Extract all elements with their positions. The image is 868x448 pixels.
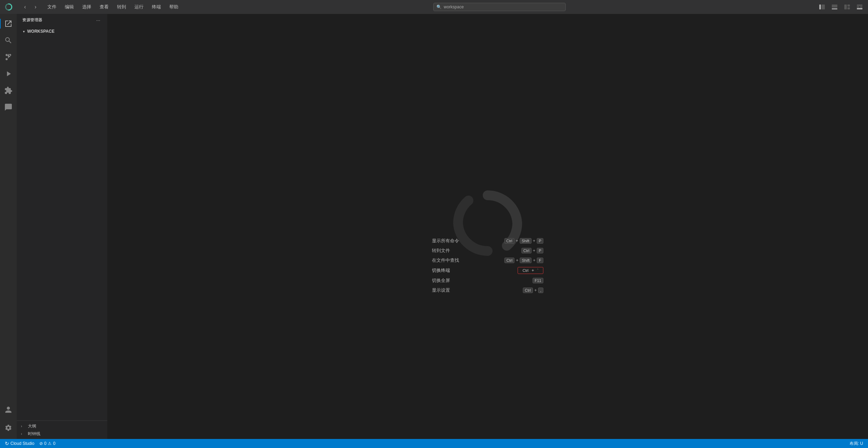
activity-explorer[interactable] bbox=[0, 15, 17, 32]
shortcut-goto-file: 转到文件 Ctrl + P bbox=[432, 247, 543, 254]
key-shift-2: Shift bbox=[520, 258, 532, 263]
shortcut-label-0: 显示所有命令 bbox=[432, 238, 459, 244]
svg-rect-7 bbox=[857, 5, 862, 6]
svg-rect-10 bbox=[857, 8, 862, 9]
shortcut-keys-3: Ctrl + ` bbox=[518, 267, 543, 274]
sidebar: 资源管理器 ··· ▾ WORKSPACE › 大纲 › 时钟线 bbox=[17, 14, 107, 439]
brand-icon: ↻ bbox=[5, 441, 9, 446]
menu-help[interactable]: 帮助 bbox=[165, 0, 183, 14]
titlebar-center: 🔍 workspace bbox=[183, 3, 816, 11]
layout-label: 布局: U bbox=[850, 441, 863, 447]
menu-bar: 文件 编辑 选择 查看 转到 运行 终端 帮助 bbox=[43, 0, 183, 14]
search-icon: 🔍 bbox=[436, 5, 442, 9]
menu-terminal[interactable]: 终端 bbox=[148, 0, 165, 14]
error-icon: ⊘ bbox=[39, 441, 43, 446]
menu-edit[interactable]: 编辑 bbox=[61, 0, 78, 14]
shortcut-find-in-files: 在文件中查找 Ctrl + Shift + F bbox=[432, 257, 543, 264]
main-container: 资源管理器 ··· ▾ WORKSPACE › 大纲 › 时钟线 bbox=[0, 14, 868, 439]
sidebar-actions: ··· bbox=[95, 17, 102, 24]
layout-button[interactable] bbox=[842, 2, 853, 12]
shortcut-fullscreen: 切换全屏 F11 bbox=[432, 277, 543, 284]
outline-label: 大纲 bbox=[28, 423, 36, 429]
svg-rect-6 bbox=[847, 7, 850, 9]
status-layout[interactable]: 布局: U bbox=[847, 439, 865, 448]
outline-item[interactable]: › 大纲 bbox=[17, 422, 107, 430]
timeline-chevron: › bbox=[21, 432, 26, 436]
svg-rect-9 bbox=[860, 6, 862, 8]
key-ctrl-3: Ctrl bbox=[521, 268, 530, 273]
search-text: workspace bbox=[444, 5, 464, 9]
activity-extensions[interactable] bbox=[0, 82, 17, 99]
statusbar: ↻ Cloud Studio ⊘ 0 ⚠ 0 布局: U bbox=[0, 439, 868, 448]
shortcut-keys-1: Ctrl + P bbox=[521, 248, 543, 253]
nav-forward-button[interactable]: › bbox=[31, 2, 40, 12]
brand-label: Cloud Studio bbox=[10, 441, 34, 446]
timeline-item[interactable]: › 时钟线 bbox=[17, 430, 107, 438]
svg-rect-0 bbox=[819, 5, 821, 9]
key-f-2: F bbox=[537, 258, 543, 263]
shortcut-toggle-terminal: 切换终端 Ctrl + ` bbox=[432, 267, 543, 274]
workspace-tree-item[interactable]: ▾ WORKSPACE bbox=[17, 27, 107, 35]
warning-count: 0 bbox=[53, 441, 55, 446]
svg-rect-5 bbox=[847, 5, 850, 7]
sidebar-header: 资源管理器 ··· bbox=[17, 14, 107, 26]
workspace-label: WORKSPACE bbox=[27, 29, 54, 34]
key-backtick-3: ` bbox=[535, 268, 540, 273]
workspace-chevron: ▾ bbox=[21, 29, 26, 34]
toggle-panel-button[interactable] bbox=[829, 2, 840, 12]
key-ctrl-5: Ctrl bbox=[523, 288, 533, 293]
error-count: 0 bbox=[44, 441, 47, 446]
svg-rect-3 bbox=[832, 8, 837, 9]
activity-bottom bbox=[0, 401, 17, 436]
shortcut-label-2: 在文件中查找 bbox=[432, 257, 459, 264]
status-errors[interactable]: ⊘ 0 ⚠ 0 bbox=[37, 439, 57, 448]
status-brand[interactable]: ↻ Cloud Studio bbox=[3, 439, 37, 448]
menu-file[interactable]: 文件 bbox=[43, 0, 61, 14]
menu-view[interactable]: 查看 bbox=[95, 0, 113, 14]
svg-rect-1 bbox=[822, 5, 825, 9]
editor-area: 显示所有命令 Ctrl + Shift + P 转到文件 Ctrl + P bbox=[107, 14, 868, 439]
nav-history: ‹ › bbox=[17, 2, 43, 12]
sidebar-tree: ▾ WORKSPACE bbox=[17, 26, 107, 421]
shortcut-keys-0: Ctrl + Shift + P bbox=[504, 238, 544, 244]
shortcuts-list: 显示所有命令 Ctrl + Shift + P 转到文件 Ctrl + P bbox=[432, 238, 543, 293]
menu-goto[interactable]: 转到 bbox=[113, 0, 130, 14]
activity-chat[interactable] bbox=[0, 99, 17, 116]
app-logo bbox=[0, 0, 17, 14]
shortcut-show-commands: 显示所有命令 Ctrl + Shift + P bbox=[432, 238, 543, 244]
sidebar-more-button[interactable]: ··· bbox=[95, 17, 102, 24]
shortcut-keys-2: Ctrl + Shift + F bbox=[504, 258, 543, 263]
svg-rect-8 bbox=[857, 6, 859, 8]
shortcut-label-3: 切换终端 bbox=[432, 267, 450, 274]
status-right: 布局: U bbox=[847, 439, 865, 448]
svg-rect-4 bbox=[844, 5, 847, 9]
key-comma-5: , bbox=[538, 288, 543, 293]
shortcut-keys-5: Ctrl + , bbox=[523, 288, 543, 293]
activity-settings[interactable] bbox=[0, 419, 17, 436]
toggle-sidebar-button[interactable] bbox=[816, 2, 828, 12]
warning-icon: ⚠ bbox=[48, 441, 52, 446]
key-ctrl-0: Ctrl bbox=[504, 238, 514, 244]
menu-select[interactable]: 选择 bbox=[78, 0, 95, 14]
nav-back-button[interactable]: ‹ bbox=[20, 2, 30, 12]
key-f11-4: F11 bbox=[533, 278, 543, 283]
activity-search[interactable] bbox=[0, 32, 17, 49]
activity-source-control[interactable] bbox=[0, 49, 17, 65]
timeline-label: 时钟线 bbox=[28, 431, 40, 437]
activity-account[interactable] bbox=[0, 401, 17, 418]
customize-layout-button[interactable] bbox=[854, 2, 865, 12]
menu-run[interactable]: 运行 bbox=[130, 0, 148, 14]
outline-chevron: › bbox=[21, 424, 26, 428]
status-left: ↻ Cloud Studio ⊘ 0 ⚠ 0 bbox=[3, 439, 57, 448]
shortcut-label-5: 显示设置 bbox=[432, 287, 450, 293]
shortcut-keys-4: F11 bbox=[533, 278, 543, 283]
command-search[interactable]: 🔍 workspace bbox=[433, 3, 566, 11]
activity-bar bbox=[0, 14, 17, 439]
key-shift-0: Shift bbox=[520, 238, 532, 244]
activity-run-debug[interactable] bbox=[0, 65, 17, 82]
key-p-0: P bbox=[537, 238, 543, 244]
shortcut-label-1: 转到文件 bbox=[432, 247, 450, 254]
titlebar: ‹ › 文件 编辑 选择 查看 转到 运行 终端 帮助 🔍 workspace bbox=[0, 0, 868, 14]
sidebar-title: 资源管理器 bbox=[22, 17, 42, 23]
shortcut-settings: 显示设置 Ctrl + , bbox=[432, 287, 543, 293]
